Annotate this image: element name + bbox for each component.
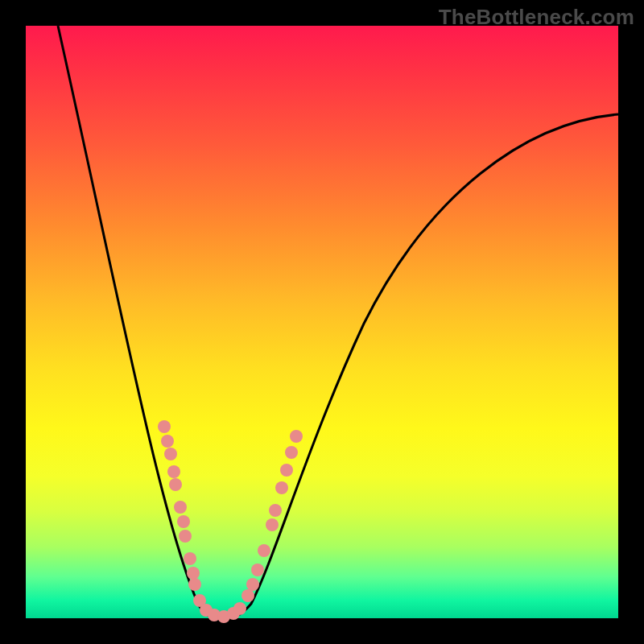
data-point: [161, 435, 174, 448]
data-point: [177, 515, 190, 528]
data-point: [167, 465, 180, 478]
data-point: [179, 530, 192, 543]
data-point: [174, 501, 187, 514]
data-point: [269, 504, 282, 517]
chart-frame: TheBottleneck.com: [0, 0, 644, 644]
plot-area: [26, 26, 618, 618]
data-point: [266, 518, 279, 531]
data-point: [258, 544, 270, 557]
data-point: [187, 567, 200, 580]
data-point: [164, 448, 177, 460]
data-point: [285, 446, 298, 459]
data-point: [290, 430, 303, 443]
data-point: [158, 420, 171, 433]
data-point: [169, 478, 182, 491]
data-point: [246, 578, 259, 591]
bottleneck-curve: [58, 26, 618, 618]
data-point: [251, 564, 264, 576]
chart-svg: [26, 26, 618, 618]
data-points: [158, 420, 303, 623]
data-point: [280, 464, 293, 477]
data-point: [233, 602, 246, 615]
data-point: [188, 578, 201, 591]
data-point: [242, 589, 254, 602]
data-point: [275, 481, 288, 494]
data-point: [184, 552, 196, 565]
watermark-text: TheBottleneck.com: [439, 5, 634, 30]
